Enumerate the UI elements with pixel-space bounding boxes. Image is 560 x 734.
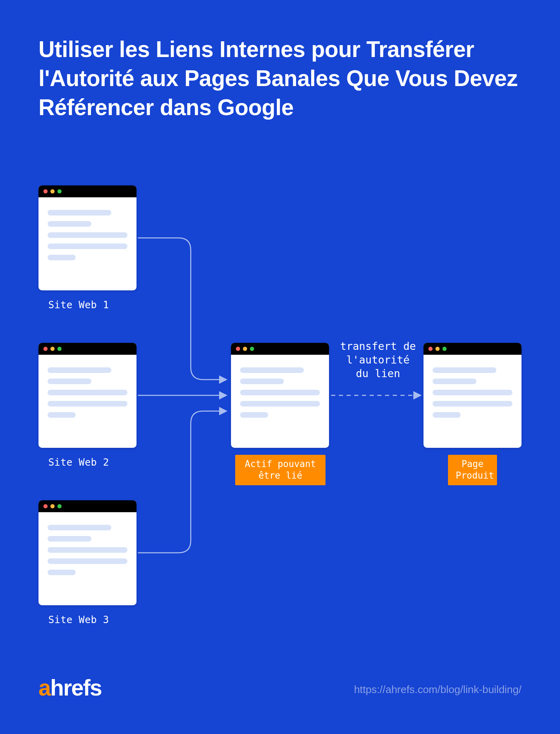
- traffic-light-min-icon: [50, 504, 55, 508]
- browser-site1: [38, 185, 136, 290]
- traffic-light-close-icon: [43, 504, 48, 508]
- page-title: Utiliser les Liens Internes pour Transfé…: [38, 35, 522, 122]
- browser-site2: [38, 343, 136, 448]
- window-bar: [231, 343, 329, 355]
- traffic-light-min-icon: [50, 189, 55, 193]
- connector-site3-asset: [138, 411, 226, 553]
- traffic-light-close-icon: [43, 189, 48, 193]
- traffic-light-max-icon: [57, 189, 62, 193]
- footer-url: https://ahrefs.com/blog/link-building/: [354, 684, 522, 696]
- page-content-placeholder: [424, 355, 522, 432]
- badge-linkable-asset: Actif pouvant être lié: [235, 455, 326, 485]
- page-content-placeholder: [38, 512, 136, 590]
- window-bar: [424, 343, 522, 355]
- traffic-light-close-icon: [43, 347, 48, 351]
- browser-product-page: [424, 343, 522, 448]
- traffic-light-min-icon: [50, 347, 55, 351]
- traffic-light-max-icon: [57, 504, 62, 508]
- brand-logo-text: hrefs: [50, 675, 102, 700]
- label-site1: Site Web 1: [48, 299, 109, 311]
- traffic-light-min-icon: [243, 347, 247, 351]
- brand-logo-accent: a: [38, 675, 50, 700]
- traffic-light-max-icon: [442, 347, 447, 351]
- window-bar: [38, 185, 136, 197]
- label-site2: Site Web 2: [48, 457, 109, 468]
- traffic-light-close-icon: [428, 347, 433, 351]
- brand-logo: ahrefs: [38, 675, 102, 701]
- traffic-light-max-icon: [250, 347, 254, 351]
- window-bar: [38, 343, 136, 355]
- window-bar: [38, 500, 136, 512]
- browser-site3: [38, 500, 136, 605]
- traffic-light-min-icon: [435, 347, 440, 351]
- traffic-light-close-icon: [236, 347, 240, 351]
- connector-site1-asset: [138, 238, 226, 380]
- page-content-placeholder: [231, 355, 329, 432]
- label-transfer-authority: transfert de l'autorité du lien: [334, 339, 422, 380]
- page-content-placeholder: [38, 197, 136, 275]
- page-content-placeholder: [38, 355, 136, 432]
- badge-product-page: Page Produit: [448, 455, 497, 485]
- traffic-light-max-icon: [57, 347, 62, 351]
- browser-linkable-asset: [231, 343, 329, 448]
- label-site3: Site Web 3: [48, 614, 109, 626]
